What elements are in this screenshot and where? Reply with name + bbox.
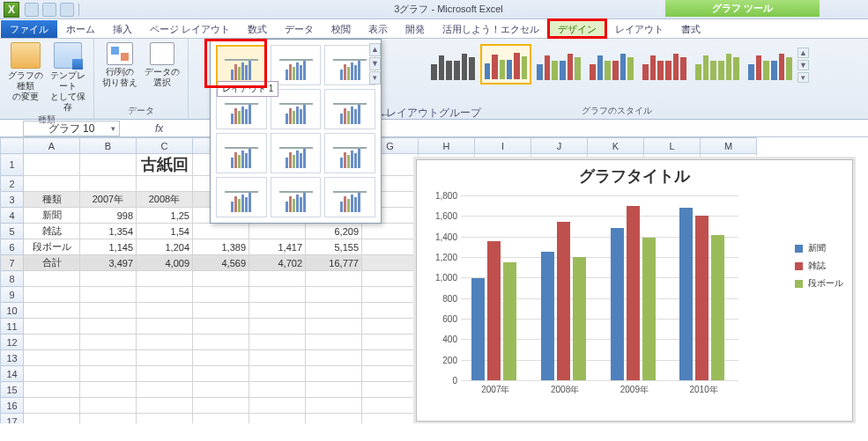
template-icon — [54, 42, 82, 69]
annotation-layout-group: レイアウトグループ — [386, 106, 481, 121]
chart-style-option[interactable] — [639, 44, 690, 85]
tab-review[interactable]: 校閲 — [323, 20, 360, 38]
tab-data[interactable]: データ — [276, 20, 323, 38]
save-icon[interactable] — [25, 3, 39, 17]
annotation-red-box-layout — [204, 39, 267, 88]
chart-style-option[interactable] — [745, 44, 796, 85]
redo-icon[interactable] — [60, 3, 74, 17]
group-data: 行/列の 切り替え データの 選択 データ — [94, 39, 189, 119]
save-template-button[interactable]: テンプレート として保存 — [47, 40, 89, 113]
chart-style-option[interactable] — [692, 44, 743, 85]
layout-option[interactable] — [324, 45, 375, 85]
tab-insert[interactable]: 挿入 — [104, 20, 141, 38]
ribbon-tabs: ファイル ホーム 挿入 ページ レイアウト 数式 データ 校閲 表示 開発 活用… — [0, 19, 868, 39]
embedded-chart[interactable]: グラフタイトル 02004006008001,0001,2001,4001,60… — [416, 159, 853, 422]
tab-file[interactable]: ファイル — [1, 20, 57, 38]
tab-addin[interactable]: 活用しよう！エクセル — [434, 20, 548, 38]
switch-icon — [107, 42, 133, 65]
chart-style-option[interactable] — [586, 44, 637, 85]
undo-icon[interactable] — [42, 3, 56, 17]
tab-design[interactable]: デザイン — [548, 19, 606, 38]
excel-icon: X — [4, 2, 19, 18]
chart-type-icon — [11, 42, 41, 69]
select-data-icon — [150, 42, 174, 65]
tab-developer[interactable]: 開発 — [397, 20, 434, 38]
qat-separator — [78, 4, 79, 16]
group-type: グラフの種類 の変更 テンプレート として保存 種類 — [0, 39, 94, 119]
chart-style-option[interactable] — [427, 44, 479, 85]
gallery-scroll[interactable]: ▲▼▾ — [369, 43, 381, 219]
tab-page-layout[interactable]: ページ レイアウト — [141, 20, 239, 38]
formula-bar: グラフ 10 fx — [0, 120, 868, 137]
tab-format[interactable]: 書式 — [672, 20, 709, 38]
chart-style-option[interactable] — [480, 44, 531, 85]
chart-styles-gallery: ▲▼▾ — [420, 40, 812, 85]
change-chart-type-button[interactable]: グラフの種類 の変更 — [4, 40, 47, 102]
contextual-tab-chart-tools: グラフ ツール — [665, 0, 820, 17]
fx-label[interactable]: fx — [155, 122, 163, 135]
select-data-button[interactable]: データの 選択 — [141, 40, 183, 88]
layout-option[interactable] — [324, 89, 375, 129]
switch-row-col-button[interactable]: 行/列の 切り替え — [99, 40, 141, 88]
group-label-styles: グラフのスタイル — [582, 104, 652, 119]
layout-option[interactable] — [324, 133, 375, 173]
layout-option[interactable] — [324, 177, 375, 217]
worksheet-area: ABCDEFGHIJKLM1古紙回2位:kg3種類2007年2008年計4新聞9… — [0, 137, 868, 423]
layout-option[interactable] — [271, 45, 322, 85]
tab-layout[interactable]: レイアウト — [606, 20, 672, 38]
layout-option[interactable] — [271, 133, 322, 173]
style-gallery-scroll[interactable]: ▲▼▾ — [798, 47, 809, 82]
tab-formulas[interactable]: 数式 — [239, 20, 276, 38]
chart-legend[interactable]: 新聞雑誌段ボール — [795, 239, 843, 292]
layout-option[interactable] — [216, 177, 267, 217]
tab-view[interactable]: 表示 — [360, 20, 397, 38]
name-box[interactable]: グラフ 10 — [23, 121, 120, 136]
chart-style-option[interactable] — [533, 44, 584, 85]
chart-title[interactable]: グラフタイトル — [417, 160, 852, 188]
tab-home[interactable]: ホーム — [57, 20, 104, 38]
layout-option[interactable] — [271, 177, 322, 217]
layout-option[interactable] — [216, 133, 267, 173]
group-label-data: データ — [128, 104, 154, 119]
title-bar: X 3グラフ - Microsoft Excel グラフ ツール — [0, 0, 868, 19]
chart-plot-area[interactable]: 02004006008001,0001,2001,4001,6001,80020… — [461, 195, 738, 380]
